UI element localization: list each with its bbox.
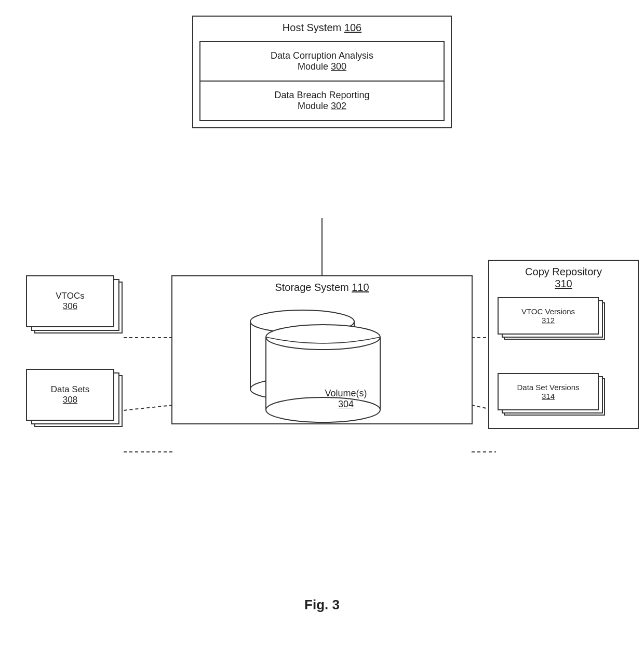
fig-label: Fig. 3 bbox=[304, 597, 340, 613]
datasets-ref: 308 bbox=[63, 395, 77, 405]
vtocs-page-front: VTOCs306 bbox=[26, 275, 114, 327]
vtocs-pages: VTOCs306 bbox=[26, 275, 130, 338]
diagram: Host System 106 Data Corruption Analysis… bbox=[0, 0, 644, 623]
left-panel: VTOCs306 Data Sets308 bbox=[10, 275, 145, 452]
copy-repository-inner: VTOC Versions312 Data Set Versions314 bbox=[489, 292, 638, 420]
drum-front bbox=[256, 322, 396, 436]
datasets-pages: Data Sets308 bbox=[26, 369, 130, 431]
datasets-page-front: Data Sets308 bbox=[26, 369, 114, 421]
dataset-versions-pages: Data Set Versions314 bbox=[498, 373, 612, 420]
module-300-ref: 300 bbox=[331, 61, 346, 72]
storage-system-title: Storage System 110 bbox=[172, 276, 472, 296]
svg-point-11 bbox=[266, 325, 380, 350]
volume-ref: 304 bbox=[338, 399, 354, 409]
dataset-versions-item: Data Set Versions314 bbox=[498, 373, 629, 420]
module-302-ref: 302 bbox=[331, 101, 346, 111]
datasets-item: Data Sets308 bbox=[10, 369, 145, 431]
storage-system-box: Storage System 110 V bbox=[171, 275, 473, 424]
copy-repository-title: Copy Repository310 bbox=[489, 261, 638, 292]
vtocs-item: VTOCs306 bbox=[10, 275, 145, 338]
host-system-inner: Data Corruption AnalysisModule 300 Data … bbox=[199, 41, 445, 121]
copy-repository-box: Copy Repository310 VTOC Versions312 bbox=[488, 260, 639, 429]
vtoc-versions-pages: VTOC Versions312 bbox=[498, 297, 612, 344]
host-system-ref: 106 bbox=[344, 22, 361, 33]
dataset-versions-front: Data Set Versions314 bbox=[498, 373, 599, 410]
drums-container: Volume(s)304 bbox=[172, 301, 472, 415]
vtocs-ref: 306 bbox=[63, 301, 77, 312]
vtoc-versions-item: VTOC Versions312 bbox=[498, 297, 629, 344]
volume-label: Volume(s)304 bbox=[325, 388, 367, 410]
vtoc-versions-front: VTOC Versions312 bbox=[498, 297, 599, 335]
module-box-300: Data Corruption AnalysisModule 300 bbox=[199, 41, 445, 82]
vtoc-versions-ref: 312 bbox=[542, 316, 555, 325]
copy-repository-ref: 310 bbox=[555, 278, 572, 289]
module-box-302: Data Breach ReportingModule 302 bbox=[199, 82, 445, 121]
storage-system-ref: 110 bbox=[352, 282, 369, 293]
dataset-versions-ref: 314 bbox=[542, 392, 555, 401]
host-system-box: Host System 106 Data Corruption Analysis… bbox=[192, 16, 452, 128]
host-system-title: Host System 106 bbox=[193, 17, 451, 37]
